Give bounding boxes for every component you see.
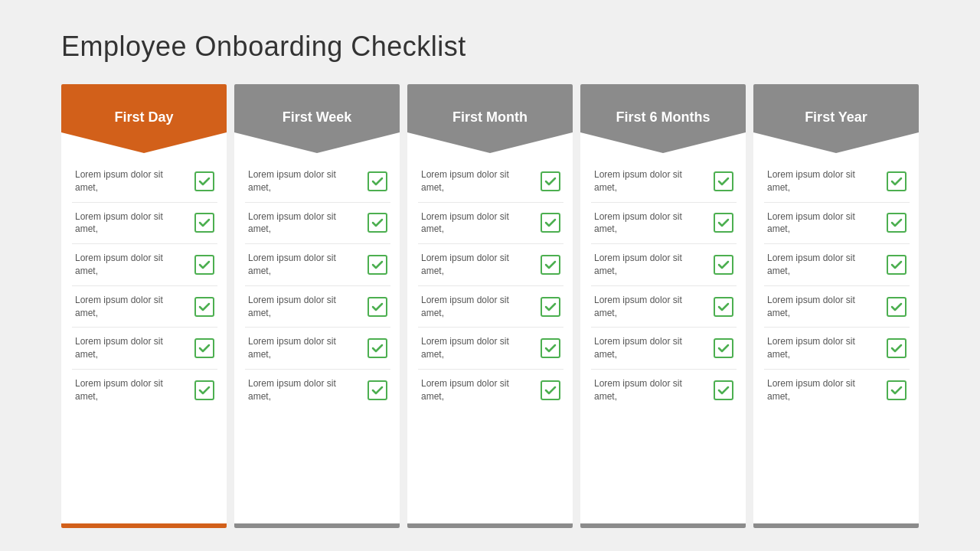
item-text: Lorem ipsum dolor sit amet,	[248, 377, 361, 403]
list-item: Lorem ipsum dolor sit amet,	[418, 161, 564, 203]
check-box-icon[interactable]	[541, 171, 560, 191]
list-item: Lorem ipsum dolor sit amet,	[591, 370, 737, 411]
list-item: Lorem ipsum dolor sit amet,	[245, 370, 390, 411]
item-text: Lorem ipsum dolor sit amet,	[248, 210, 361, 236]
column-col-0: First DayLorem ipsum dolor sit amet, Lor…	[61, 84, 227, 528]
item-text: Lorem ipsum dolor sit amet,	[75, 252, 188, 278]
check-box-icon[interactable]	[368, 213, 387, 233]
check-box-icon[interactable]	[887, 213, 906, 233]
list-item: Lorem ipsum dolor sit amet,	[418, 370, 564, 411]
check-box-icon[interactable]	[887, 171, 906, 191]
item-text: Lorem ipsum dolor sit amet,	[75, 168, 188, 194]
item-text: Lorem ipsum dolor sit amet,	[767, 252, 880, 278]
check-box-icon[interactable]	[194, 297, 214, 317]
check-box-icon[interactable]	[714, 338, 733, 358]
item-text: Lorem ipsum dolor sit amet,	[594, 252, 707, 278]
column-body-0: Lorem ipsum dolor sit amet, Lorem ipsum …	[61, 153, 227, 523]
check-box-icon[interactable]	[541, 297, 560, 317]
column-col-3: First 6 MonthsLorem ipsum dolor sit amet…	[580, 84, 746, 528]
check-box-icon[interactable]	[714, 255, 733, 275]
check-box-icon[interactable]	[714, 213, 733, 233]
check-box-icon[interactable]	[714, 171, 733, 191]
check-box-icon[interactable]	[194, 380, 214, 400]
column-footer-4	[753, 523, 919, 528]
item-text: Lorem ipsum dolor sit amet,	[767, 210, 880, 236]
check-box-icon[interactable]	[368, 338, 387, 358]
check-box-icon[interactable]	[541, 255, 560, 275]
column-header-2: First Month	[407, 84, 573, 153]
list-item: Lorem ipsum dolor sit amet,	[245, 244, 390, 286]
list-item: Lorem ipsum dolor sit amet,	[591, 328, 737, 370]
check-box-icon[interactable]	[194, 338, 214, 358]
column-header-3: First 6 Months	[580, 84, 746, 153]
column-body-2: Lorem ipsum dolor sit amet, Lorem ipsum …	[407, 153, 573, 523]
list-item: Lorem ipsum dolor sit amet,	[72, 244, 217, 286]
column-col-4: First YearLorem ipsum dolor sit amet, Lo…	[753, 84, 919, 528]
check-box-icon[interactable]	[887, 255, 906, 275]
item-text: Lorem ipsum dolor sit amet,	[248, 168, 361, 194]
list-item: Lorem ipsum dolor sit amet,	[591, 203, 737, 245]
column-body-3: Lorem ipsum dolor sit amet, Lorem ipsum …	[580, 153, 746, 523]
item-text: Lorem ipsum dolor sit amet,	[75, 377, 188, 403]
check-box-icon[interactable]	[714, 380, 733, 400]
list-item: Lorem ipsum dolor sit amet,	[764, 161, 910, 203]
list-item: Lorem ipsum dolor sit amet,	[764, 203, 910, 245]
list-item: Lorem ipsum dolor sit amet,	[72, 203, 217, 245]
list-item: Lorem ipsum dolor sit amet,	[764, 328, 910, 370]
item-text: Lorem ipsum dolor sit amet,	[421, 377, 534, 403]
list-item: Lorem ipsum dolor sit amet,	[764, 370, 910, 411]
item-text: Lorem ipsum dolor sit amet,	[594, 335, 707, 361]
item-text: Lorem ipsum dolor sit amet,	[594, 210, 707, 236]
item-text: Lorem ipsum dolor sit amet,	[248, 294, 361, 320]
item-text: Lorem ipsum dolor sit amet,	[75, 294, 188, 320]
item-text: Lorem ipsum dolor sit amet,	[767, 294, 880, 320]
item-text: Lorem ipsum dolor sit amet,	[594, 377, 707, 403]
check-box-icon[interactable]	[194, 255, 214, 275]
check-box-icon[interactable]	[194, 171, 214, 191]
list-item: Lorem ipsum dolor sit amet,	[591, 161, 737, 203]
item-text: Lorem ipsum dolor sit amet,	[767, 377, 880, 403]
check-box-icon[interactable]	[194, 213, 214, 233]
column-footer-0	[61, 523, 227, 528]
check-box-icon[interactable]	[541, 338, 560, 358]
item-text: Lorem ipsum dolor sit amet,	[421, 210, 534, 236]
check-box-icon[interactable]	[541, 380, 560, 400]
check-box-icon[interactable]	[714, 297, 733, 317]
list-item: Lorem ipsum dolor sit amet,	[245, 328, 390, 370]
list-item: Lorem ipsum dolor sit amet,	[72, 328, 217, 370]
page-title: Employee Onboarding Checklist	[61, 31, 919, 63]
list-item: Lorem ipsum dolor sit amet,	[418, 203, 564, 245]
check-box-icon[interactable]	[368, 380, 387, 400]
item-text: Lorem ipsum dolor sit amet,	[594, 294, 707, 320]
column-footer-3	[580, 523, 746, 528]
list-item: Lorem ipsum dolor sit amet,	[418, 328, 564, 370]
list-item: Lorem ipsum dolor sit amet,	[764, 244, 910, 286]
item-text: Lorem ipsum dolor sit amet,	[421, 294, 534, 320]
columns-container: First DayLorem ipsum dolor sit amet, Lor…	[61, 84, 919, 528]
check-box-icon[interactable]	[368, 255, 387, 275]
check-box-icon[interactable]	[541, 213, 560, 233]
item-text: Lorem ipsum dolor sit amet,	[248, 335, 361, 361]
column-footer-1	[234, 523, 400, 528]
check-box-icon[interactable]	[368, 171, 387, 191]
item-text: Lorem ipsum dolor sit amet,	[421, 335, 534, 361]
check-box-icon[interactable]	[368, 297, 387, 317]
list-item: Lorem ipsum dolor sit amet,	[72, 370, 217, 411]
item-text: Lorem ipsum dolor sit amet,	[767, 335, 880, 361]
list-item: Lorem ipsum dolor sit amet,	[245, 161, 390, 203]
column-body-1: Lorem ipsum dolor sit amet, Lorem ipsum …	[234, 153, 400, 523]
column-header-4: First Year	[753, 84, 919, 153]
check-box-icon[interactable]	[887, 338, 906, 358]
item-text: Lorem ipsum dolor sit amet,	[594, 168, 707, 194]
column-col-1: First WeekLorem ipsum dolor sit amet, Lo…	[234, 84, 400, 528]
column-header-0: First Day	[61, 84, 227, 153]
list-item: Lorem ipsum dolor sit amet,	[72, 286, 217, 328]
item-text: Lorem ipsum dolor sit amet,	[421, 252, 534, 278]
column-header-1: First Week	[234, 84, 400, 153]
check-box-icon[interactable]	[887, 380, 906, 400]
list-item: Lorem ipsum dolor sit amet,	[591, 286, 737, 328]
column-body-4: Lorem ipsum dolor sit amet, Lorem ipsum …	[753, 153, 919, 523]
column-col-2: First MonthLorem ipsum dolor sit amet, L…	[407, 84, 573, 528]
list-item: Lorem ipsum dolor sit amet,	[245, 203, 390, 245]
check-box-icon[interactable]	[887, 297, 906, 317]
